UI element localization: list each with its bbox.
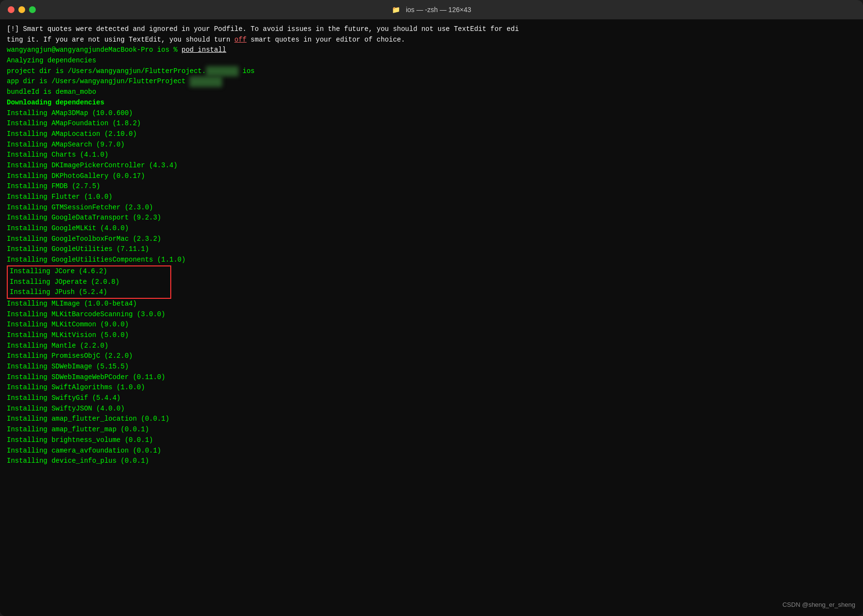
- line-swiftalgo: Installing SwiftAlgorithms (1.0.0): [7, 382, 856, 393]
- line-fmdb: Installing FMDB (2.7.5): [7, 181, 856, 192]
- highlighted-block: Installing JCore (4.6.2) Installing JOpe…: [7, 265, 171, 299]
- line-amap-map: Installing amap_flutter_map (0.0.1): [7, 425, 856, 435]
- line-flutter: Installing Flutter (1.0.0): [7, 192, 856, 203]
- line-promises: Installing PromisesObjC (2.2.0): [7, 351, 856, 362]
- line-swiftyjson: Installing SwiftyJSON (4.0.0): [7, 404, 856, 414]
- title-bar: 📁 ios — -zsh — 126×43: [0, 0, 863, 19]
- line-dkimage: Installing DKImagePickerController (4.3.…: [7, 161, 856, 171]
- line-jpush: Installing JPush (5.2.4): [10, 287, 168, 298]
- window-title: 📁 ios — -zsh — 126×43: [392, 6, 471, 14]
- line-dkphoto: Installing DKPhotoGallery (0.0.17): [7, 171, 856, 182]
- line-mlkitvision: Installing MLKitVision (5.0.0): [7, 330, 856, 341]
- close-button[interactable]: [8, 6, 15, 13]
- line-swiftygif: Installing SwiftyGif (5.4.4): [7, 393, 856, 404]
- line-amaploc: Installing AMapLocation (2.10.0): [7, 129, 856, 140]
- line-sdwebcoder: Installing SDWebImageWebPCoder (0.11.0): [7, 372, 856, 383]
- line-brightness: Installing brightness_volume (0.0.1): [7, 435, 856, 446]
- line-googledatatr: Installing GoogleDataTransport (9.2.3): [7, 213, 856, 223]
- line-amapsearch: Installing AMapSearch (9.7.0): [7, 140, 856, 150]
- line-googlemlkit: Installing GoogleMLKit (4.0.0): [7, 223, 856, 234]
- line-joperate: Installing JOperate (2.0.8): [10, 277, 168, 288]
- line-mantle: Installing Mantle (2.2.0): [7, 341, 856, 352]
- line-analyzing: Analyzing dependencies: [7, 56, 856, 66]
- line-googleutils: Installing GoogleUtilities (7.11.1): [7, 244, 856, 255]
- line-googleutilscomp: Installing GoogleUtilitiesComponents (1.…: [7, 255, 856, 265]
- terminal-window: 📁 ios — -zsh — 126×43 [!] Smart quotes w…: [0, 0, 863, 616]
- terminal-content: [!] Smart quotes were detected and ignor…: [7, 24, 856, 467]
- line-googletoolbox: Installing GoogleToolboxForMac (2.3.2): [7, 234, 856, 245]
- line-device-info: Installing device_info_plus (0.0.1): [7, 456, 856, 467]
- line-downloading: Downloading dependencies: [7, 98, 856, 108]
- line-bundle: bundleId is deman_mobo: [7, 87, 856, 98]
- folder-icon: 📁: [392, 6, 400, 14]
- line-amapfound: Installing AMapFoundation (1.8.2): [7, 118, 856, 129]
- line-charts: Installing Charts (4.1.0): [7, 150, 856, 161]
- line-jcore: Installing JCore (4.6.2): [10, 266, 168, 277]
- prompt-line: wangyangjun@wangyangjundeMacBook-Pro ios…: [7, 45, 856, 56]
- line-mlimage: Installing MLImage (1.0.0-beta4): [7, 299, 856, 309]
- maximize-button[interactable]: [29, 6, 36, 13]
- line-amap-loc: Installing amap_flutter_location (0.0.1): [7, 414, 856, 425]
- minimize-button[interactable]: [18, 6, 25, 13]
- line-app-dir: app dir is /Users/wangyangjun/FlutterPro…: [7, 76, 856, 87]
- line-sdwebimage: Installing SDWebImage (5.15.5): [7, 362, 856, 372]
- line-project-dir: project dir is /Users/wangyangjun/Flutte…: [7, 66, 856, 77]
- line-amap3d: Installing AMap3DMap (10.0.600): [7, 108, 856, 119]
- warning-line-1: [!] Smart quotes were detected and ignor…: [7, 24, 856, 35]
- traffic-lights: [8, 6, 36, 13]
- line-gtm: Installing GTMSessionFetcher (2.3.0): [7, 203, 856, 213]
- terminal-body[interactable]: [!] Smart quotes were detected and ignor…: [0, 19, 863, 616]
- line-mlkitbarcode: Installing MLKitBarcodeScanning (3.0.0): [7, 309, 856, 320]
- watermark: CSDN @sheng_er_sheng: [782, 601, 855, 608]
- warning-line-2: ting it. If you are not using TextEdit, …: [7, 35, 856, 45]
- line-camera: Installing camera_avfoundation (0.0.1): [7, 446, 856, 456]
- line-mlkitcommon: Installing MLKitCommon (9.0.0): [7, 320, 856, 330]
